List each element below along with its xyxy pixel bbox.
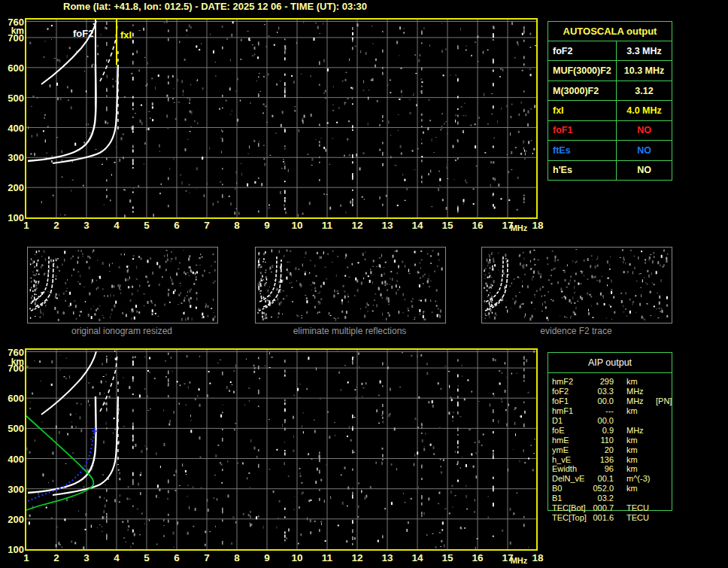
x-axis-tick-9: 9 <box>264 552 270 563</box>
aip-row: DelN_vE00.1m^(-3) <box>552 474 680 484</box>
noise-speckle <box>28 20 536 217</box>
autoscala-value-cell: 4.0 MHz <box>616 101 672 120</box>
x-axis-tick-5: 5 <box>144 220 150 231</box>
aip-row: ymE20km <box>552 445 680 454</box>
x-axis-tick-11: 11 <box>322 220 332 231</box>
aip-row: foE0.9MHz <box>552 425 680 435</box>
thumbnail-eliminate-reflections <box>255 247 446 323</box>
aip-val-cell: 000.7 <box>593 503 614 512</box>
aip-val-cell: 20 <box>593 445 614 454</box>
thumbnail-eliminate-canvas <box>256 248 444 321</box>
x-axis-tick-14: 14 <box>411 552 423 563</box>
aip-val-cell: 0.9 <box>593 426 614 435</box>
echo-traces <box>28 21 118 163</box>
rfi-noise-columns <box>106 353 525 545</box>
autoscala-param-cell: MUF(3000)F2 <box>548 61 616 80</box>
echo-traces <box>28 351 118 495</box>
x-axis-tick-16: 16 <box>472 220 483 231</box>
aip-param-cell: foE <box>552 426 593 435</box>
autoscala-table: AUTOSCALA output foF23.3 MHzMUF(3000)F21… <box>548 21 672 181</box>
x-axis-tick-2: 2 <box>53 220 59 231</box>
aip-row: TEC[Top]001.6TECU <box>552 512 680 522</box>
aip-val-cell: 96 <box>593 464 614 473</box>
aip-row: TEC[Bot]000.7TECU <box>552 503 680 513</box>
electron-density-profile-curve <box>26 416 93 510</box>
autoscala-table-title: AUTOSCALA output <box>548 22 672 41</box>
y-axis-tick-200: 200 <box>3 182 24 193</box>
aip-param-cell: B0 <box>552 484 593 493</box>
thumbnail-caption-eliminate: eliminate multiple reflections <box>293 326 407 336</box>
thumbnail-trace <box>485 257 508 311</box>
aip-unit-cell: MHz <box>626 387 654 396</box>
y-axis-tick-500: 500 <box>3 423 24 434</box>
aip-row: D100.0 <box>552 416 680 426</box>
aip-val-cell: 03.2 <box>593 494 614 503</box>
aip-extra-cell: [PN] <box>656 396 672 405</box>
x-axis-tick-10: 10 <box>291 552 302 563</box>
plot-border <box>26 349 537 550</box>
aip-val-cell: 00.1 <box>593 474 614 483</box>
x-axis-tick-15: 15 <box>441 552 453 563</box>
aip-val-cell: 001.6 <box>593 513 614 522</box>
thumbnail-caption-evidence: evidence F2 trace <box>540 326 611 336</box>
aip-unit-cell: km <box>626 445 654 454</box>
y-axis-tick-400: 400 <box>3 122 24 133</box>
x-axis-tick-16: 16 <box>472 552 483 563</box>
autoscala-row: MUF(3000)F210.3 MHz <box>548 60 672 80</box>
autoscala-row: fxI4.0 MHz <box>548 100 672 120</box>
fof2-cross-marker <box>92 428 98 434</box>
autoscala-output-window: Rome (lat: +41.8, lon: 012.5) - DATE: 20… <box>0 0 728 568</box>
aip-row: foF203.3MHz <box>552 387 680 396</box>
aip-row: Ewidth96km <box>552 464 680 474</box>
second-hop-x-trace <box>100 354 117 412</box>
top-plot-x-unit-label: MHz <box>511 223 528 232</box>
aip-unit-cell: TECU <box>626 513 654 522</box>
aip-table-title: AIP output <box>548 353 672 373</box>
noise-speckle <box>27 350 536 550</box>
autoscala-value-cell: 10.3 MHz <box>616 61 672 80</box>
aip-unit-cell: MHz <box>626 396 654 405</box>
fxi-marker-label: fxI <box>120 29 132 41</box>
noise-speckle <box>257 249 442 321</box>
aip-param-cell: DelN_vE <box>552 474 593 483</box>
aip-param-cell: ymE <box>552 445 593 454</box>
bottom-ionogram-canvas <box>25 348 538 551</box>
aip-row: hmF2299km <box>552 377 680 387</box>
x-axis-tick-4: 4 <box>114 220 120 231</box>
x-axis-tick-7: 7 <box>204 220 210 231</box>
autoscala-param-cell: M(3000)F2 <box>548 81 616 100</box>
x-axis-tick-8: 8 <box>234 220 240 231</box>
autoscala-row: foF1NO <box>548 120 672 140</box>
x-axis-tick-6: 6 <box>174 552 180 563</box>
aip-param-cell: B1 <box>552 494 593 503</box>
y-axis-tick-600: 600 <box>3 393 24 404</box>
aip-unit-cell: TECU <box>626 503 654 512</box>
bottom-plot-y-unit-label: km <box>3 357 24 367</box>
aip-val-cell: 110 <box>593 436 614 445</box>
autoscala-value-cell: NO <box>616 161 672 180</box>
rfi-noise-columns <box>106 21 525 213</box>
bottom-plot-x-unit-label: MHz <box>511 556 528 565</box>
second-hop-o-trace <box>41 351 96 415</box>
aip-param-cell: TEC[Bot] <box>552 503 593 512</box>
aip-table-rows: hmF2299kmfoF203.3MHzfoF100.0MHz[PN]hmF1-… <box>552 377 680 522</box>
x-axis-tick-8: 8 <box>234 552 240 563</box>
plot-border <box>26 19 537 218</box>
second-hop-x-trace <box>100 24 117 81</box>
aip-unit-cell: km <box>626 436 654 445</box>
station-date-time-title: Rome (lat: +41.8, lon: 012.5) - DATE: 20… <box>63 1 367 12</box>
f2-x-mode-trace <box>53 65 118 163</box>
autoscala-value-cell: NO <box>616 141 672 159</box>
aip-unit-cell: km <box>626 464 654 473</box>
autoscala-param-cell: h'Es <box>548 161 616 180</box>
aip-unit-cell: km <box>626 406 654 415</box>
y-axis-tick-100: 100 <box>3 212 24 223</box>
y-axis-tick-100: 100 <box>3 544 24 555</box>
autoscala-param-cell: foF1 <box>548 121 616 140</box>
thumbnail-original-canvas <box>28 248 216 321</box>
thumbnail-evidence-canvas <box>482 248 670 321</box>
aip-val-cell: 03.3 <box>593 387 614 396</box>
x-axis-tick-6: 6 <box>174 220 180 231</box>
f2-o-mode-trace <box>28 65 96 161</box>
aip-val-cell: 00.0 <box>593 416 614 425</box>
